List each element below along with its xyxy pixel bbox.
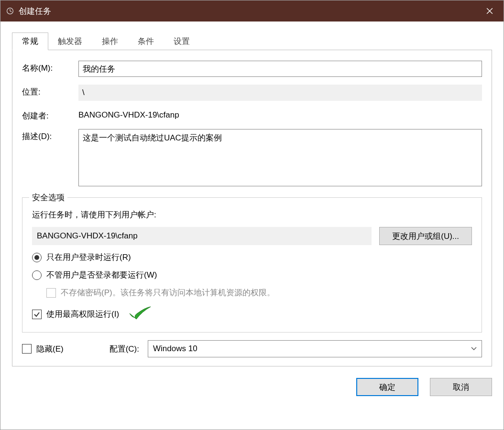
check-no-store-pw-label: 不存储密码(P)。该任务将只有访问本地计算机资源的权限。 (61, 287, 275, 298)
config-value: Windows 10 (153, 344, 197, 354)
clock-icon (5, 6, 15, 16)
titlebar: 创建任务 (0, 0, 504, 22)
radio-any-control[interactable] (32, 270, 42, 280)
tab-general[interactable]: 常规 (12, 32, 48, 50)
dialog-buttons: 确定 取消 (12, 378, 492, 396)
config-label: 配置(C): (110, 344, 139, 355)
name-input[interactable] (78, 61, 482, 77)
config-combo[interactable]: Windows 10 (148, 340, 482, 357)
security-legend: 安全选项 (29, 192, 67, 203)
check-no-store-pw: 不存储密码(P)。该任务将只有访问本地计算机资源的权限。 (46, 287, 472, 298)
tabstrip: 常规 触发器 操作 条件 设置 (12, 32, 492, 50)
location-value: \ (78, 85, 482, 101)
tab-conditions[interactable]: 条件 (128, 32, 164, 50)
check-hidden[interactable]: 隐藏(E) (22, 344, 64, 355)
creator-value: BANGONG-VHDX-19\cfanp (78, 108, 482, 120)
svg-line-2 (10, 11, 11, 12)
description-label: 描述(D): (22, 129, 78, 142)
check-hidden-control[interactable] (22, 344, 32, 354)
radio-logged-on[interactable]: 只在用户登录时运行(R) (32, 252, 472, 263)
tab-panel-general: 名称(M): 位置: \ 创建者: BANGONG-VHDX-19\cfanp (12, 50, 492, 366)
close-button[interactable] (476, 0, 504, 22)
radio-logged-on-label: 只在用户登录时运行(R) (46, 252, 131, 263)
window-title: 创建任务 (19, 6, 51, 17)
description-input[interactable] (78, 129, 482, 186)
creator-label: 创建者: (22, 108, 78, 121)
name-label: 名称(M): (22, 61, 78, 74)
chevron-down-icon (471, 345, 477, 352)
cancel-button[interactable]: 取消 (430, 378, 492, 396)
security-user: BANGONG-VHDX-19\cfanp (32, 227, 372, 245)
check-highest-priv-control[interactable] (32, 310, 42, 319)
radio-any-label: 不管用户是否登录都要运行(W) (46, 269, 157, 280)
check-no-store-pw-control (46, 288, 56, 298)
tab-triggers[interactable]: 触发器 (48, 32, 92, 50)
check-highest-priv[interactable]: 使用最高权限运行(I) (32, 305, 472, 323)
change-user-button[interactable]: 更改用户或组(U)... (379, 227, 472, 245)
security-groupbox: 安全选项 运行任务时，请使用下列用户帐户: BANGONG-VHDX-19\cf… (22, 197, 482, 333)
radio-logged-on-control[interactable] (32, 253, 42, 262)
create-task-dialog: 创建任务 常规 触发器 操作 条件 设置 名称(M): 位置: (0, 0, 504, 430)
check-hidden-label: 隐藏(E) (36, 344, 64, 355)
location-label: 位置: (22, 85, 78, 97)
tab-settings[interactable]: 设置 (164, 32, 200, 50)
security-prompt: 运行任务时，请使用下列用户帐户: (32, 209, 472, 220)
annotation-checkmark-icon (128, 305, 153, 323)
client-area: 常规 触发器 操作 条件 设置 名称(M): 位置: \ (0, 22, 504, 430)
radio-any[interactable]: 不管用户是否登录都要运行(W) (32, 269, 472, 280)
tab-actions[interactable]: 操作 (92, 32, 128, 50)
check-highest-priv-label: 使用最高权限运行(I) (46, 309, 119, 320)
ok-button[interactable]: 确定 (356, 378, 418, 396)
